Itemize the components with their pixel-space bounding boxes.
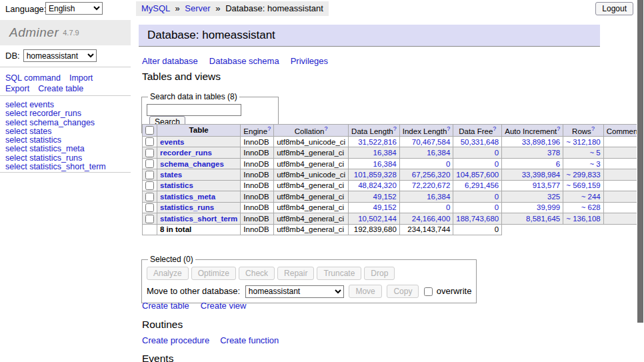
create-link-create-table[interactable]: Create table — [142, 301, 189, 311]
index-length-link[interactable]: 0 — [446, 160, 450, 168]
rows-link[interactable]: ~ 628 — [581, 203, 601, 211]
auto-increment-link[interactable]: 378 — [547, 149, 560, 157]
auto-increment-link[interactable]: 33,898,196 — [522, 138, 561, 146]
rows-link[interactable]: ~ 299,833 — [566, 171, 600, 179]
column-help-link[interactable]: ? — [267, 125, 271, 132]
index-length-link[interactable]: 67,256,320 — [412, 171, 451, 179]
index-length-link[interactable]: 70,467,584 — [412, 138, 451, 146]
sidebar-table-link-select-schema-changes[interactable]: select schema_changes — [5, 119, 131, 127]
logout-button[interactable]: Logout — [595, 2, 633, 15]
db-select[interactable]: homeassistant — [23, 49, 97, 62]
search-input[interactable] — [147, 104, 241, 116]
sidebar-action-sql-command[interactable]: SQL command — [5, 73, 61, 83]
rows-link[interactable]: ~ 244 — [581, 193, 601, 201]
analyze-button[interactable]: Analyze — [147, 267, 189, 280]
sidebar-action-create-table[interactable]: Create table — [38, 83, 83, 94]
rows-link[interactable]: ~ 569,159 — [566, 181, 600, 189]
sidebar-table-link-select-statistics[interactable]: select statistics — [5, 136, 131, 145]
auto-increment-link[interactable]: 6 — [556, 160, 560, 168]
sidebar-action-export[interactable]: Export — [5, 83, 29, 94]
sidebar-table-link-select-statistics-runs[interactable]: select statistics_runs — [5, 154, 131, 163]
select-all-checkbox[interactable] — [145, 126, 154, 135]
rows-link[interactable]: ~ 5 — [589, 149, 600, 157]
breadcrumb-link-mysql[interactable]: MySQL — [141, 3, 170, 13]
sidebar-table-link-select-states[interactable]: select states — [5, 127, 131, 136]
data-free-link[interactable]: 104,857,600 — [456, 171, 499, 179]
move-button[interactable]: Move — [349, 285, 381, 298]
row-checkbox[interactable] — [145, 203, 154, 212]
repair-button[interactable]: Repair — [277, 267, 314, 280]
auto-increment-link[interactable]: 39,999 — [537, 203, 560, 211]
data-length-link[interactable]: 101,859,328 — [354, 171, 397, 179]
optimize-button[interactable]: Optimize — [191, 267, 236, 280]
index-length-link[interactable]: 0 — [446, 203, 450, 211]
index-length-link[interactable]: 72,220,672 — [412, 181, 451, 189]
index-length-link[interactable]: 24,166,400 — [412, 215, 451, 223]
breadcrumb-link-server[interactable]: Server — [185, 3, 210, 13]
table-link-states[interactable]: states — [160, 171, 182, 179]
data-free-link[interactable]: 0 — [495, 203, 499, 211]
column-help-link[interactable]: ? — [557, 125, 560, 132]
overwrite-checkbox[interactable] — [424, 287, 433, 296]
data-length-link[interactable]: 49,152 — [373, 203, 397, 211]
sidebar-table-link-select-statistics-meta[interactable]: select statistics_meta — [5, 145, 131, 153]
table-link-statistics[interactable]: statistics — [160, 181, 193, 189]
scrollbar-thumb[interactable] — [637, 0, 643, 323]
row-checkbox[interactable] — [145, 181, 154, 190]
db-link-privileges[interactable]: Privileges — [291, 56, 328, 66]
data-free-link[interactable]: 6,291,456 — [465, 181, 499, 189]
table-link-statistics_runs[interactable]: statistics_runs — [160, 203, 214, 211]
auto-increment-link[interactable]: 913,577 — [533, 181, 561, 189]
rows-link[interactable]: ~ 136,108 — [566, 215, 600, 223]
row-checkbox[interactable] — [145, 137, 154, 146]
db-link-database-schema[interactable]: Database schema — [209, 56, 279, 66]
sidebar-table-link-select-statistics-short-term[interactable]: select statistics_short_term — [5, 163, 131, 171]
language-select[interactable]: English — [45, 2, 103, 15]
auto-increment-link[interactable]: 8,581,645 — [526, 215, 560, 223]
column-help-link[interactable]: ? — [493, 125, 496, 132]
check-button[interactable]: Check — [239, 267, 275, 280]
data-length-link[interactable]: 16,384 — [373, 149, 397, 157]
drop-button[interactable]: Drop — [364, 267, 395, 280]
row-checkbox[interactable] — [145, 159, 154, 168]
data-free-link[interactable]: 188,743,680 — [456, 215, 499, 223]
index-length-link[interactable]: 16,384 — [427, 149, 450, 157]
data-length-link[interactable]: 16,384 — [373, 160, 397, 168]
move-db-select[interactable]: homeassistant — [245, 285, 344, 298]
data-length-link[interactable]: 10,502,144 — [358, 215, 397, 223]
sidebar-table-link-select-recorder-runs[interactable]: select recorder_runs — [5, 109, 131, 118]
column-help-link[interactable]: ? — [447, 125, 450, 132]
index-length-link[interactable]: 16,384 — [427, 193, 450, 201]
table-link-events[interactable]: events — [160, 138, 184, 146]
rows-link[interactable]: ~ 3 — [589, 160, 600, 168]
sidebar-table-link-select-events[interactable]: select events — [5, 101, 131, 109]
column-help-link[interactable]: ? — [324, 125, 327, 132]
table-link-statistics_meta[interactable]: statistics_meta — [160, 193, 215, 201]
routine-link-create-procedure[interactable]: Create procedure — [142, 335, 209, 345]
data-free-link[interactable]: 50,331,648 — [461, 138, 499, 146]
rows-link[interactable]: ~ 312,180 — [566, 138, 600, 146]
data-free-link[interactable]: 0 — [495, 149, 499, 157]
data-length-link[interactable]: 31,522,816 — [358, 138, 397, 146]
auto-increment-link[interactable]: 325 — [547, 193, 560, 201]
data-free-link[interactable]: 0 — [495, 160, 499, 168]
create-link-create-view[interactable]: Create view — [201, 301, 247, 311]
row-checkbox[interactable] — [145, 149, 154, 157]
row-checkbox[interactable] — [145, 193, 154, 201]
sidebar-action-import[interactable]: Import — [69, 73, 93, 83]
auto-increment-link[interactable]: 33,398,984 — [522, 171, 561, 179]
column-help-link[interactable]: ? — [393, 125, 397, 132]
data-length-link[interactable]: 48,824,320 — [358, 181, 397, 189]
copy-button[interactable]: Copy — [387, 285, 419, 298]
scrollbar-track[interactable] — [637, 0, 644, 362]
db-link-alter-database[interactable]: Alter database — [142, 56, 198, 66]
truncate-button[interactable]: Truncate — [317, 267, 361, 280]
column-help-link[interactable]: ? — [591, 125, 595, 132]
table-link-schema_changes[interactable]: schema_changes — [160, 160, 224, 168]
table-link-recorder_runs[interactable]: recorder_runs — [160, 149, 212, 157]
row-checkbox[interactable] — [145, 171, 154, 179]
table-link-statistics_short_term[interactable]: statistics_short_term — [160, 215, 237, 223]
row-checkbox[interactable] — [145, 215, 154, 223]
data-length-link[interactable]: 49,152 — [373, 193, 397, 201]
data-free-link[interactable]: 0 — [495, 193, 499, 201]
